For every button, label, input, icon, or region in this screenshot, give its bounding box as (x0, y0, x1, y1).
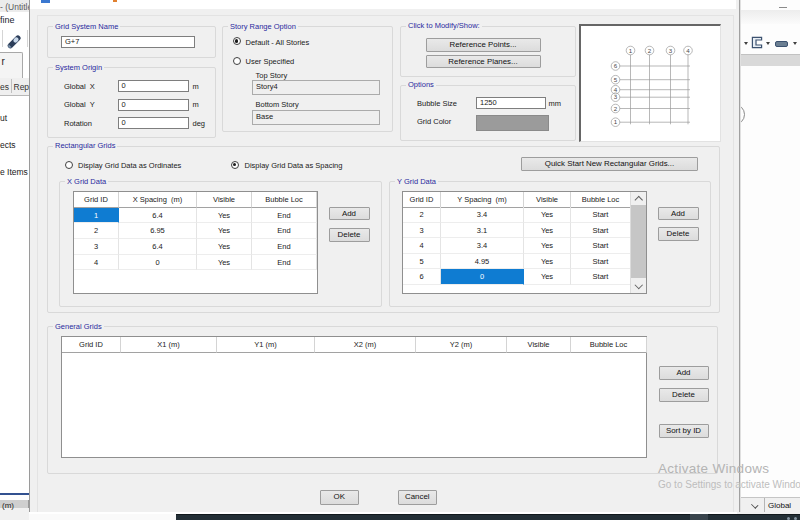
svg-text:1: 1 (628, 46, 632, 53)
svg-text:4: 4 (686, 46, 690, 53)
svg-text:3: 3 (613, 93, 617, 100)
svg-text:2: 2 (613, 104, 617, 111)
svg-text:1: 1 (613, 118, 617, 125)
svg-text:6: 6 (613, 62, 617, 69)
svg-text:3: 3 (668, 46, 672, 53)
svg-text:4: 4 (613, 85, 617, 92)
svg-text:2: 2 (647, 46, 651, 53)
svg-text:5: 5 (613, 75, 617, 82)
